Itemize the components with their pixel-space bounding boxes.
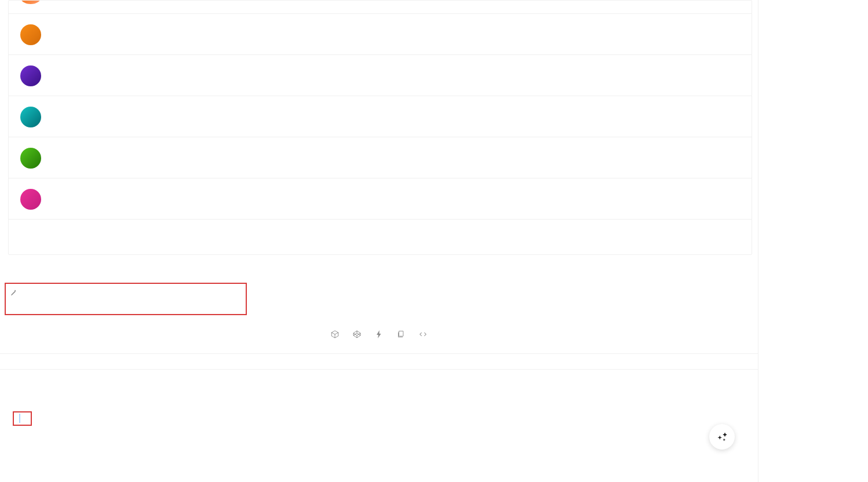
anchor-nav (758, 0, 868, 482)
list-container[interactable] (8, 0, 752, 255)
list-item (9, 1, 752, 14)
code-block[interactable] (0, 370, 758, 444)
list-item (9, 55, 752, 96)
list-item (9, 14, 752, 55)
list-item (9, 178, 752, 220)
avatar (20, 148, 41, 169)
fab-button[interactable] (709, 424, 735, 450)
copy-icon[interactable] (396, 329, 406, 339)
list-item (9, 96, 752, 137)
avatar (20, 65, 41, 86)
code-tabs (0, 354, 758, 370)
codepen-icon[interactable] (352, 329, 362, 339)
selected-text (19, 414, 20, 423)
avatar (20, 24, 41, 45)
avatar (20, 189, 41, 210)
edit-icon[interactable] (9, 289, 17, 297)
thunder-icon[interactable] (374, 329, 384, 339)
demo-description-box (5, 283, 247, 315)
avatar (20, 0, 41, 4)
list-item (9, 137, 752, 178)
codesandbox-icon[interactable] (330, 329, 340, 339)
main-content (0, 0, 758, 482)
highlight-box (13, 411, 32, 426)
avatar (20, 107, 41, 127)
svg-rect-0 (399, 331, 403, 337)
demo-actions (0, 329, 758, 339)
code-icon[interactable] (418, 329, 428, 339)
